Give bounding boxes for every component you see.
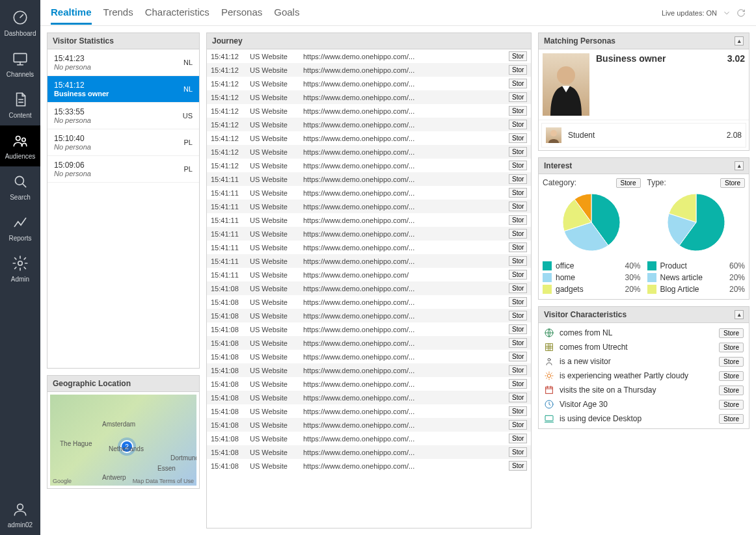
journey-row[interactable]: 15:41:08US Websitehttps://www.demo.onehi… xyxy=(207,295,531,309)
journey-row[interactable]: 15:41:08US Websitehttps://www.demo.onehi… xyxy=(207,445,531,459)
store-button[interactable]: Stor xyxy=(509,406,527,416)
store-button[interactable]: Stor xyxy=(509,147,527,157)
store-button[interactable]: Stor xyxy=(509,133,527,143)
visitor-row[interactable]: 15:41:12Business ownerNL xyxy=(47,76,199,103)
store-button[interactable]: Stor xyxy=(509,188,527,198)
journey-row[interactable]: 15:41:12US Websitehttps://www.demo.onehi… xyxy=(207,159,531,172)
chevron-down-icon[interactable] xyxy=(722,8,731,18)
journey-row[interactable]: 15:41:08US Websitehttps://www.demo.onehi… xyxy=(207,404,531,418)
store-button[interactable]: Stor xyxy=(509,352,527,361)
sidebar-item-search[interactable]: Search xyxy=(0,166,40,207)
journey-row[interactable]: 15:41:11US Websitehttps://www.demo.onehi… xyxy=(207,227,531,241)
store-button[interactable]: Stor xyxy=(509,461,527,471)
sidebar-item-channels[interactable]: Channels xyxy=(0,44,40,85)
journey-row[interactable]: 15:41:11US Websitehttps://www.demo.onehi… xyxy=(207,200,531,213)
store-button[interactable]: Stor xyxy=(509,106,527,116)
journey-row[interactable]: 15:41:08US Websitehttps://www.demo.onehi… xyxy=(207,459,531,473)
persona-primary[interactable]: Business owner 3.02 xyxy=(539,49,749,120)
store-button[interactable]: Stor xyxy=(509,365,527,375)
store-button[interactable]: Stor xyxy=(509,92,527,102)
sidebar-item-audiences[interactable]: Audiences xyxy=(0,125,40,166)
journey-row[interactable]: 15:41:08US Websitehttps://www.demo.onehi… xyxy=(207,391,531,404)
store-button[interactable]: Stor xyxy=(509,311,527,320)
sidebar-item-admin[interactable]: Admin xyxy=(0,248,40,289)
journey-row[interactable]: 15:41:12US Websitehttps://www.demo.onehi… xyxy=(207,63,531,77)
journey-row[interactable]: 15:41:08US Websitehttps://www.demo.onehi… xyxy=(207,336,531,350)
store-button[interactable]: Stor xyxy=(509,174,527,184)
journey-row[interactable]: 15:41:12US Websitehttps://www.demo.onehi… xyxy=(207,145,531,159)
collapse-icon[interactable]: ▴ xyxy=(735,161,744,170)
persona-secondary[interactable]: Student 2.08 xyxy=(541,123,746,148)
sidebar-user[interactable]: admin02 xyxy=(0,494,40,535)
journey-row[interactable]: 15:41:12US Websitehttps://www.demo.onehi… xyxy=(207,131,531,145)
visitor-row[interactable]: 15:33:55No personaUS xyxy=(47,103,199,129)
store-button[interactable]: Stor xyxy=(509,283,527,293)
journey-row[interactable]: 15:41:12US Websitehttps://www.demo.onehi… xyxy=(207,49,531,63)
store-button[interactable]: Stor xyxy=(509,420,527,430)
store-button[interactable]: Stor xyxy=(509,379,527,389)
journey-row[interactable]: 15:41:11US Websitehttps://www.demo.onehi… xyxy=(207,172,531,186)
journey-row[interactable]: 15:41:11US Websitehttps://www.demo.onehi… xyxy=(207,254,531,268)
store-button[interactable]: Store xyxy=(719,343,744,352)
journey-row[interactable]: 15:41:08US Websitehttps://www.demo.onehi… xyxy=(207,418,531,432)
store-button[interactable]: Stor xyxy=(509,434,527,443)
store-button[interactable]: Stor xyxy=(509,324,527,334)
journey-row[interactable]: 15:41:08US Websitehttps://www.demo.onehi… xyxy=(207,432,531,445)
store-button[interactable]: Stor xyxy=(509,297,527,307)
visitor-row[interactable]: 15:10:40No personaPL xyxy=(47,129,199,156)
journey-row[interactable]: 15:41:11US Websitehttps://www.demo.onehi… xyxy=(207,268,531,281)
tab-goals[interactable]: Goals xyxy=(274,1,299,25)
store-button[interactable]: Stor xyxy=(509,256,527,266)
store-button[interactable]: Stor xyxy=(509,51,527,61)
panel-title: Journey xyxy=(212,36,243,46)
store-button[interactable]: Stor xyxy=(509,202,527,211)
journey-row[interactable]: 15:41:08US Websitehttps://www.demo.onehi… xyxy=(207,363,531,377)
store-button[interactable]: Store xyxy=(719,328,744,338)
store-button[interactable]: Store xyxy=(719,414,744,424)
journey-row[interactable]: 15:41:12US Websitehttps://www.demo.onehi… xyxy=(207,118,531,131)
refresh-icon[interactable] xyxy=(736,8,746,18)
store-button[interactable]: Stor xyxy=(509,229,527,239)
store-button[interactable]: Stor xyxy=(509,242,527,252)
tab-personas[interactable]: Personas xyxy=(221,1,262,25)
store-button[interactable]: Store xyxy=(719,400,744,410)
tab-realtime[interactable]: Realtime xyxy=(51,1,92,25)
tab-characteristics[interactable]: Characteristics xyxy=(145,1,209,25)
store-button[interactable]: Stor xyxy=(509,393,527,402)
sidebar-item-dashboard[interactable]: Dashboard xyxy=(0,3,40,44)
store-button[interactable]: Stor xyxy=(509,270,527,280)
visitor-row[interactable]: 15:09:06No personaPL xyxy=(47,156,199,183)
map[interactable]: 2 Google Map Data Terms of Use Amsterdam… xyxy=(50,395,196,486)
store-button[interactable]: Store xyxy=(719,385,744,395)
store-button[interactable]: Store xyxy=(616,178,641,188)
live-updates[interactable]: Live updates: ON xyxy=(662,8,746,18)
journey-row[interactable]: 15:41:11US Websitehttps://www.demo.onehi… xyxy=(207,186,531,200)
journey-row[interactable]: 15:41:11US Websitehttps://www.demo.onehi… xyxy=(207,241,531,254)
journey-row[interactable]: 15:41:12US Websitehttps://www.demo.onehi… xyxy=(207,104,531,118)
store-button[interactable]: Stor xyxy=(509,215,527,225)
store-button[interactable]: Stor xyxy=(509,338,527,348)
sidebar-item-reports[interactable]: Reports xyxy=(0,207,40,248)
journey-row[interactable]: 15:41:08US Websitehttps://www.demo.onehi… xyxy=(207,281,531,295)
journey-row[interactable]: 15:41:08US Websitehttps://www.demo.onehi… xyxy=(207,309,531,322)
collapse-icon[interactable]: ▴ xyxy=(735,310,744,319)
journey-row[interactable]: 15:41:08US Websitehttps://www.demo.onehi… xyxy=(207,377,531,391)
journey-row[interactable]: 15:41:12US Websitehttps://www.demo.onehi… xyxy=(207,77,531,90)
journey-row[interactable]: 15:41:12US Websitehttps://www.demo.onehi… xyxy=(207,90,531,104)
journey-row[interactable]: 15:41:08US Websitehttps://www.demo.onehi… xyxy=(207,350,531,363)
tab-trends[interactable]: Trends xyxy=(103,1,133,25)
store-button[interactable]: Stor xyxy=(509,120,527,129)
journey-row[interactable]: 15:41:08US Websitehttps://www.demo.onehi… xyxy=(207,322,531,336)
store-button[interactable]: Stor xyxy=(509,65,527,75)
collapse-icon[interactable]: ▴ xyxy=(735,36,744,46)
visitor-row[interactable]: 15:41:23No personaNL xyxy=(47,49,199,76)
store-button[interactable]: Store xyxy=(720,178,745,188)
journey-list[interactable]: 15:41:12US Websitehttps://www.demo.onehi… xyxy=(207,49,531,528)
store-button[interactable]: Stor xyxy=(509,161,527,170)
journey-row[interactable]: 15:41:11US Websitehttps://www.demo.onehi… xyxy=(207,213,531,227)
store-button[interactable]: Store xyxy=(719,357,744,367)
store-button[interactable]: Store xyxy=(719,371,744,381)
store-button[interactable]: Stor xyxy=(509,79,527,88)
store-button[interactable]: Stor xyxy=(509,447,527,457)
sidebar-item-content[interactable]: Content xyxy=(0,85,40,125)
